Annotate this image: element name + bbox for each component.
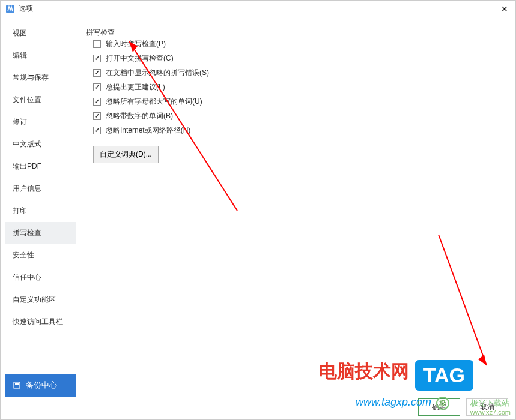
check-row-input-spellcheck: 输入时拼写检查(P) [93,39,506,49]
spellcheck-section: 拼写检查 输入时拼写检查(P) 打开中文拼写检查(C) 在文档中显示忽略的拼写错… [86,29,506,163]
window-title: 选项 [19,4,33,14]
sidebar-item-user-info[interactable]: 用户信息 [5,178,76,200]
svg-rect-2 [15,383,19,385]
sidebar-item-revision[interactable]: 修订 [5,111,76,133]
checkbox-label: 忽略带数字的单词(B) [106,111,173,121]
checkbox-ignore-numbers[interactable] [93,112,101,120]
svg-marker-6 [478,355,487,365]
ok-button[interactable]: 确定 [418,398,460,416]
backup-center-label: 备份中心 [26,380,57,391]
check-row-ignore-uppercase: 忽略所有字母都大写的单词(U) [93,97,506,107]
backup-icon [13,381,21,389]
checkbox-suggestions[interactable] [93,83,101,91]
custom-dictionary-button[interactable]: 自定义词典(D)... [93,146,159,163]
check-row-chinese-spellcheck: 打开中文拼写检查(C) [93,53,506,64]
checkbox-label: 打开中文拼写检查(C) [106,53,174,64]
check-row-show-ignored: 在文档中显示忽略的拼写错误(S) [93,68,506,78]
checkbox-label: 在文档中显示忽略的拼写错误(S) [106,68,209,78]
sidebar-item-trust-center[interactable]: 信任中心 [5,266,76,289]
sidebar-item-edit[interactable]: 编辑 [5,44,76,67]
titlebar: 选项 ✕ [1,1,515,17]
sidebar-item-export-pdf[interactable]: 输出PDF [5,155,76,178]
sidebar-item-print[interactable]: 打印 [5,200,76,222]
check-row-ignore-internet: 忽略Internet或网络路径(N) [93,125,506,136]
sidebar-item-spellcheck[interactable]: 拼写检查 [5,222,76,244]
svg-rect-1 [14,382,20,388]
dialog-footer: 确定 取消 [418,398,508,416]
checkbox-label: 忽略所有字母都大写的单词(U) [106,97,202,107]
checkbox-input-spellcheck[interactable] [93,40,101,48]
sidebar-item-security[interactable]: 安全性 [5,244,76,266]
checkbox-ignore-uppercase[interactable] [93,98,101,106]
sidebar-item-chinese-layout[interactable]: 中文版式 [5,133,76,155]
sidebar-item-custom-ribbon[interactable]: 自定义功能区 [5,289,76,311]
sidebar-item-file-location[interactable]: 文件位置 [5,89,76,111]
section-title: 拼写检查 [86,28,118,38]
app-icon [5,4,15,14]
checkbox-chinese-spellcheck[interactable] [93,55,101,62]
checkbox-show-ignored[interactable] [93,69,101,77]
backup-center-button[interactable]: 备份中心 [5,374,76,397]
svg-line-5 [439,235,487,365]
sidebar-item-quick-access[interactable]: 快速访问工具栏 [5,311,76,333]
checkbox-label: 输入时拼写检查(P) [106,39,166,49]
checkbox-list: 输入时拼写检查(P) 打开中文拼写检查(C) 在文档中显示忽略的拼写错误(S) … [93,39,506,136]
check-row-ignore-numbers: 忽略带数字的单词(B) [93,111,506,121]
sidebar: 视图 编辑 常规与保存 文件位置 修订 中文版式 输出PDF 用户信息 打印 拼… [5,22,76,397]
body: 视图 编辑 常规与保存 文件位置 修订 中文版式 输出PDF 用户信息 打印 拼… [1,17,515,401]
close-icon[interactable]: ✕ [494,2,515,16]
checkbox-label: 总提出更正建议(L) [106,82,165,92]
sidebar-item-general-save[interactable]: 常规与保存 [5,67,76,89]
checkbox-ignore-internet[interactable] [93,127,101,134]
check-row-suggestions: 总提出更正建议(L) [93,82,506,92]
sidebar-item-view[interactable]: 视图 [5,22,76,44]
content-panel: 拼写检查 输入时拼写检查(P) 打开中文拼写检查(C) 在文档中显示忽略的拼写错… [81,22,511,397]
checkbox-label: 忽略Internet或网络路径(N) [106,125,190,136]
annotation-arrow-bottom [420,229,493,373]
cancel-button[interactable]: 取消 [466,398,508,416]
